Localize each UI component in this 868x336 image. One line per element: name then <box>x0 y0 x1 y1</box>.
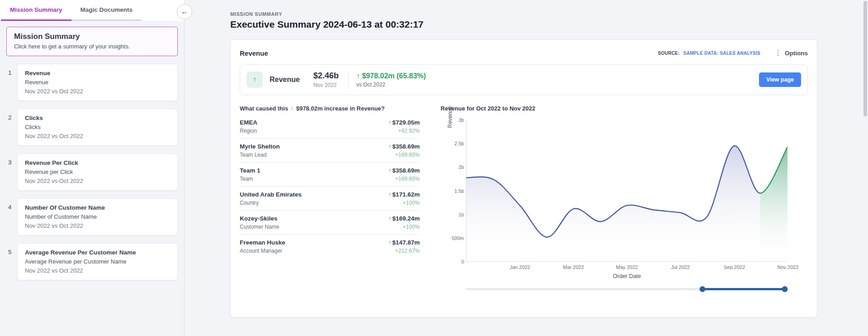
y-tick: 500m <box>451 235 464 241</box>
x-tick: Sep 2022 <box>724 264 745 270</box>
view-page-button[interactable]: View page <box>759 72 801 87</box>
insight-row: 4 Number Of Customer Name Number of Cust… <box>6 198 178 235</box>
insight-subtitle: Clicks <box>25 124 170 130</box>
slider-selected-range[interactable] <box>702 288 785 290</box>
y-tick: 2b <box>459 164 464 170</box>
insight-subtitle: Average Revenue per Customer Name <box>25 258 170 265</box>
slider-handle-left[interactable] <box>700 286 706 292</box>
date-range-slider[interactable] <box>466 286 788 292</box>
up-arrow-icon: ↑ <box>388 119 391 126</box>
sidebar-body: Mission Summary Click here to get a summ… <box>0 21 184 336</box>
kpi-value-period: Nov 2022 <box>313 82 339 88</box>
insight-card-clicks[interactable]: Clicks Clicks Nov 2022 vs Oct 2022 <box>17 109 178 146</box>
insight-card-revenue-per-click[interactable]: Revenue Per Click Revenue per Click Nov … <box>17 154 178 191</box>
insight-card-revenue[interactable]: Revenue Revenue Nov 2022 vs Oct 2022 <box>17 64 178 101</box>
insight-number: 1 <box>6 64 17 101</box>
insight-card-average-revenue-per-customer-name[interactable]: Average Revenue Per Customer Name Averag… <box>17 243 178 280</box>
insight-subtitle: Number of Customer Name <box>25 213 170 220</box>
cause-dimension: Customer Name <box>240 224 279 230</box>
cause-row-freeman-huske[interactable]: Freeman Huske Account Manager ↑$147.87m … <box>240 235 420 258</box>
insight-period: Nov 2022 vs Oct 2022 <box>25 178 170 184</box>
kpi-value: $2.46b <box>313 71 339 81</box>
app-window: Mission Summary Magic Documents Mission … <box>0 0 868 336</box>
tab-mission-summary[interactable]: Mission Summary <box>1 0 71 21</box>
cause-row-team-1[interactable]: Team 1 Team ↑$358.69m +169.65% <box>240 163 420 187</box>
insight-title: Revenue Per Click <box>25 159 170 166</box>
cause-dimension: Team Lead <box>240 152 280 158</box>
cause-row-emea[interactable]: EMEA Region ↑$729.05m +92.92% <box>240 115 420 139</box>
up-arrow-icon: ↑ <box>356 72 360 80</box>
cause-name: Team 1 <box>240 167 261 174</box>
up-arrow-icon: ↑ <box>388 191 391 198</box>
cause-name: Myrle Shelton <box>240 143 280 150</box>
cause-row-myrle-shelton[interactable]: Myrle Shelton Team Lead ↑$358.69m +169.6… <box>240 139 420 163</box>
cause-left: Team 1 Team <box>240 167 261 182</box>
up-arrow-icon: ↑ <box>253 75 257 84</box>
page-eyebrow: MISSION SUMMARY <box>230 11 817 17</box>
causes-panel: What caused this ↑ $978.02m increase in … <box>240 105 420 262</box>
kpi-change: ↑ $978.02m (65.83%) <box>356 72 426 80</box>
slider-handle-right[interactable] <box>782 286 787 292</box>
revenue-report-card: Revenue SOURCE: SAMPLE DATA: SALES ANALY… <box>230 39 817 317</box>
insight-row: 3 Revenue Per Click Revenue per Click No… <box>6 154 178 191</box>
cause-amount: ↑$729.05m <box>388 119 420 126</box>
cause-right: ↑$729.05m +92.92% <box>388 119 420 134</box>
cause-row-united-arab-emirates[interactable]: United Arab Emirates Country ↑$171.62m +… <box>240 187 420 211</box>
cause-percent: +92.92% <box>388 128 420 134</box>
cause-dimension: Account Manager <box>240 248 285 254</box>
cause-left: EMEA Region <box>240 119 257 134</box>
insight-row: 1 Revenue Revenue Nov 2022 vs Oct 2022 <box>6 64 178 101</box>
vertical-scrollbar[interactable] <box>863 1 867 116</box>
cause-amount: ↑$358.69m <box>388 167 420 174</box>
insight-number: 5 <box>6 243 17 280</box>
up-arrow-icon: ↑ <box>388 143 391 150</box>
cause-left: Freeman Huske Account Manager <box>240 239 285 254</box>
highlight-area-fill <box>760 147 787 262</box>
cause-percent: +100% <box>388 224 420 230</box>
x-axis-ticks: Jan 2022 Mar 2022 May 2022 Jul 2022 Sep … <box>466 264 788 272</box>
insight-card-number-of-customer-name[interactable]: Number Of Customer Name Number of Custom… <box>17 198 178 235</box>
kpi-metric-name: Revenue <box>270 76 300 84</box>
y-tick: 1.5b <box>455 188 464 194</box>
x-tick: Mar 2022 <box>563 264 584 270</box>
chart-panel: Revenue for Oct 2022 to Nov 2022 Revenue… <box>441 105 808 262</box>
source-link[interactable]: SAMPLE DATA: SALES ANALYSIS <box>683 51 760 56</box>
cause-name: Kozey-Skiles <box>240 215 279 222</box>
chart-title: Revenue for Oct 2022 to Nov 2022 <box>441 105 808 112</box>
plot-stack: Jan 2022 Mar 2022 May 2022 Jul 2022 Sep … <box>466 120 788 292</box>
up-arrow-icon: ↑ <box>290 105 295 112</box>
cause-right: ↑$147.87m +212.67% <box>388 239 420 254</box>
source-label: SOURCE: <box>658 51 679 56</box>
causes-heading: What caused this ↑ $978.02m increase in … <box>240 105 420 112</box>
page-title: Executive Summary 2024-06-13 at 00:32:17 <box>230 19 817 30</box>
report-card-title: Revenue <box>240 49 268 57</box>
collapse-sidebar-button[interactable]: ← <box>177 4 192 19</box>
insight-title: Clicks <box>25 115 170 121</box>
plot-area <box>466 120 788 262</box>
options-label: Options <box>785 50 808 57</box>
options-button[interactable]: ⋮ Options <box>775 49 808 57</box>
x-tick: Jan 2022 <box>510 264 530 270</box>
cause-amount: ↑$171.62m <box>388 191 420 198</box>
insight-number: 2 <box>6 109 17 146</box>
tab-magic-documents[interactable]: Magic Documents <box>71 0 142 21</box>
cause-dimension: Team <box>240 176 261 182</box>
kpi-divider <box>348 71 349 89</box>
cause-left: Myrle Shelton Team Lead <box>240 143 280 158</box>
mission-summary-card[interactable]: Mission Summary Click here to get a summ… <box>6 27 178 56</box>
revenue-area-fill <box>466 146 760 262</box>
revenue-line-chart: Revenue 3b 2.5b 2b 1.5b 1b 500m 0 <box>441 120 808 262</box>
kebab-icon: ⋮ <box>775 49 782 57</box>
cause-name: United Arab Emirates <box>240 191 302 198</box>
cause-percent: +169.65% <box>388 152 420 158</box>
x-tick: May 2022 <box>616 264 638 270</box>
insight-number: 4 <box>6 198 17 235</box>
cause-row-kozey-skiles[interactable]: Kozey-Skiles Customer Name ↑$169.24m +10… <box>240 211 420 235</box>
report-card-header: Revenue SOURCE: SAMPLE DATA: SALES ANALY… <box>240 49 808 57</box>
insight-title: Average Revenue Per Customer Name <box>25 249 170 256</box>
cause-right: ↑$171.62m +100% <box>388 191 420 206</box>
x-axis-label: Order Date <box>466 273 788 279</box>
page-header: MISSION SUMMARY Executive Summary 2024-0… <box>230 11 817 30</box>
up-arrow-icon: ↑ <box>388 239 391 246</box>
insight-row: 5 Average Revenue Per Customer Name Aver… <box>6 243 178 280</box>
